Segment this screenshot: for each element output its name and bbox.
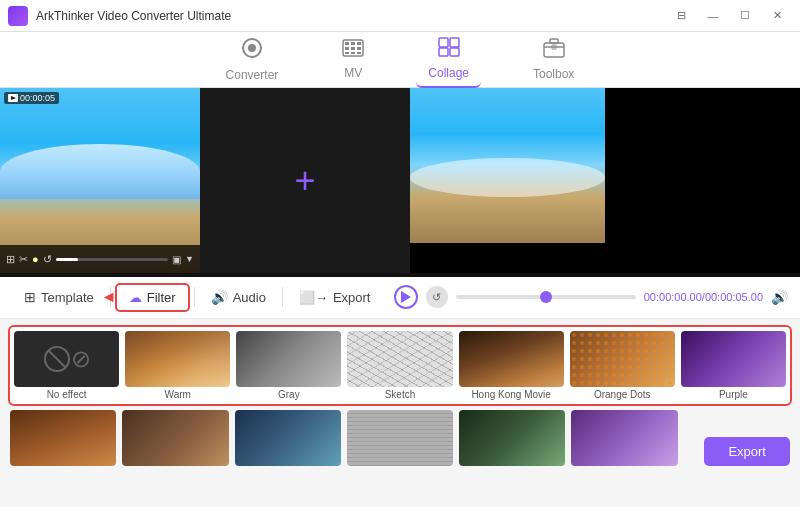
- playback-progress[interactable]: [456, 295, 636, 299]
- playback-time: 00:00:00.00/00:00:05.00: [644, 291, 763, 303]
- export-button[interactable]: Export: [704, 437, 790, 466]
- filter-thumb-purple: [681, 331, 786, 387]
- color-ctrl-icon[interactable]: ●: [32, 253, 39, 265]
- frame-icon: ▣: [172, 254, 181, 265]
- filter-thumb-r2d: [347, 410, 453, 466]
- volume-icon[interactable]: 🔊: [771, 289, 788, 305]
- filter-section: No effect Warm Gray Sketch: [0, 319, 800, 508]
- add-video-icon: +: [294, 160, 315, 202]
- playback-thumb: [540, 291, 552, 303]
- tab-collage-label: Collage: [428, 66, 469, 80]
- filter-r2f[interactable]: [571, 410, 677, 466]
- filter-row-selected: No effect Warm Gray Sketch: [8, 325, 792, 406]
- tab-converter[interactable]: Converter: [214, 31, 291, 88]
- filter-thumb-r2a: [10, 410, 116, 466]
- progress-slider[interactable]: [56, 258, 168, 261]
- filter-thumb-hong-kong-movie: [459, 331, 564, 387]
- svg-rect-4: [450, 38, 459, 47]
- tab-mv-label: MV: [344, 66, 362, 80]
- toolbar-row: ⊞ Template ◄ ☁ Filter 🔊 Audio ⬜→ Export: [0, 277, 800, 319]
- tab-toolbox[interactable]: Toolbox: [521, 32, 586, 87]
- tab-mv[interactable]: MV: [330, 33, 376, 86]
- mv-icon: [342, 39, 364, 62]
- template-label: Template: [41, 290, 94, 305]
- filter-thumb-warm: [125, 331, 230, 387]
- window-chat-btn[interactable]: ⊟: [666, 6, 696, 26]
- filter-no-effect[interactable]: No effect: [14, 331, 119, 400]
- filter-thumb-no-effect: [14, 331, 119, 387]
- filter-label-gray: Gray: [278, 389, 300, 400]
- filter-label-warm: Warm: [165, 389, 191, 400]
- video-controls-bar: ⊞ ✂ ● ↺ ▣ ▼: [0, 245, 200, 273]
- filter-warm[interactable]: Warm: [125, 331, 230, 400]
- filter-gray[interactable]: Gray: [236, 331, 341, 400]
- rotate-ctrl-icon[interactable]: ↺: [43, 253, 52, 266]
- filter-thumb-r2c: [235, 410, 341, 466]
- filter-orange-dots[interactable]: Orange Dots: [570, 331, 675, 400]
- filter-hong-kong-movie[interactable]: Hong Kong Movie: [459, 331, 564, 400]
- filter-r2a[interactable]: [10, 410, 116, 466]
- svg-line-14: [48, 350, 66, 368]
- window-minimize-btn[interactable]: —: [698, 6, 728, 26]
- template-icon: ⊞: [24, 289, 36, 305]
- progress-fill: [56, 258, 78, 261]
- filter-r2e[interactable]: [459, 410, 565, 466]
- video-panel-right: [410, 88, 605, 273]
- nav-tabs: Converter MV Collage: [0, 32, 800, 88]
- svg-rect-6: [450, 48, 459, 56]
- export-label: Export: [333, 290, 371, 305]
- tab-collage[interactable]: Collage: [416, 31, 481, 88]
- export-icon: ⬜→: [299, 290, 328, 305]
- black-panel-right: [410, 243, 605, 273]
- app-logo: [8, 6, 28, 26]
- filter-btn[interactable]: ◄ ☁ Filter: [115, 283, 190, 312]
- filter-label-hong-kong-movie: Hong Kong Movie: [471, 389, 551, 400]
- filter-r2d[interactable]: [347, 410, 453, 466]
- template-btn[interactable]: ⊞ Template: [12, 284, 106, 310]
- beach-background-right: [410, 88, 605, 243]
- audio-icon: 🔊: [211, 289, 228, 305]
- filter-thumb-gray: [236, 331, 341, 387]
- play-button[interactable]: [394, 285, 418, 309]
- playback-bar: ↺ 00:00:00.00/00:00:05.00 🔊: [394, 285, 788, 309]
- loop-btn[interactable]: ↺: [426, 286, 448, 308]
- collage-icon: [438, 37, 460, 62]
- audio-btn[interactable]: 🔊 Audio: [199, 284, 278, 310]
- filter-thumb-orange-dots: [570, 331, 675, 387]
- window-controls: ⊟ — ☐ ✕: [666, 6, 792, 26]
- filter-thumb-r2e: [459, 410, 565, 466]
- filter-purple[interactable]: Purple: [681, 331, 786, 400]
- video-panel-far-right: [605, 88, 800, 273]
- filter-r2c[interactable]: [235, 410, 341, 466]
- filter-label-orange-dots: Orange Dots: [594, 389, 651, 400]
- edit-ctrl-icon[interactable]: ✂: [19, 253, 28, 266]
- filter-label-no-effect: No effect: [47, 389, 87, 400]
- export-btn-toolbar[interactable]: ⬜→ Export: [287, 285, 383, 310]
- audio-label: Audio: [233, 290, 266, 305]
- filter-r2b[interactable]: [122, 410, 228, 466]
- video-canvas: 00:00:05 ⊞ ✂ ● ↺ ▣ ▼ +: [0, 88, 800, 277]
- grid-ctrl-icon[interactable]: ⊞: [6, 253, 15, 266]
- window-maximize-btn[interactable]: ☐: [730, 6, 760, 26]
- filter-thumb-r2b: [122, 410, 228, 466]
- divider-2: [194, 287, 195, 307]
- dropdown-icon[interactable]: ▼: [185, 254, 194, 264]
- window-close-btn[interactable]: ✕: [762, 6, 792, 26]
- svg-rect-5: [439, 48, 448, 56]
- tab-toolbox-label: Toolbox: [533, 67, 574, 81]
- filter-row-2: Export: [10, 410, 790, 466]
- filter-label-purple: Purple: [719, 389, 748, 400]
- filter-sketch[interactable]: Sketch: [347, 331, 452, 400]
- svg-rect-16: [570, 331, 675, 387]
- content-area: 00:00:05 ⊞ ✂ ● ↺ ▣ ▼ +: [0, 88, 800, 507]
- app-title: ArkThinker Video Converter Ultimate: [36, 9, 666, 23]
- titlebar: ArkThinker Video Converter Ultimate ⊟ — …: [0, 0, 800, 32]
- filter-label: Filter: [147, 290, 176, 305]
- svg-rect-3: [439, 38, 448, 47]
- svg-marker-12: [401, 291, 411, 303]
- video-timestamp: 00:00:05: [4, 92, 59, 104]
- video-panel-mid[interactable]: +: [200, 88, 410, 273]
- filter-label-sketch: Sketch: [385, 389, 416, 400]
- svg-point-1: [248, 44, 256, 52]
- red-arrow: ◄: [101, 288, 117, 306]
